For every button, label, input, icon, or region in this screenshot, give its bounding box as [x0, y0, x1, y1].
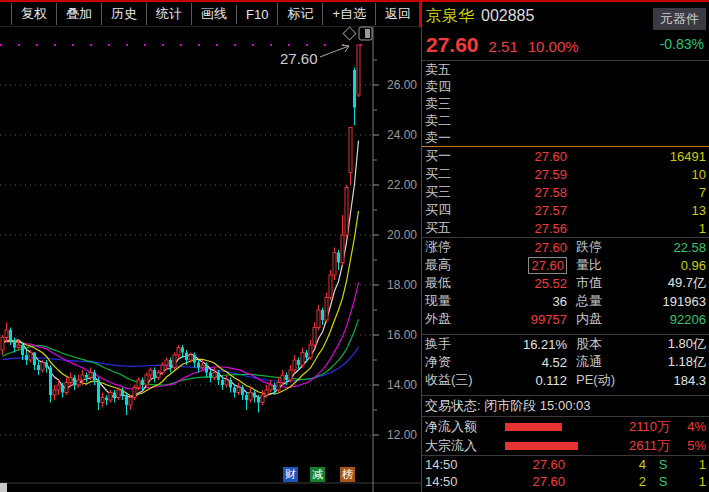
- last-price: 27.60: [426, 33, 479, 57]
- stat-label: 涨停: [425, 238, 467, 256]
- money-flow-label: 大宗流入: [425, 437, 505, 455]
- stat-label: 股本: [576, 335, 626, 353]
- bid-row[interactable]: 买二27.5910: [422, 165, 709, 183]
- stat-label: 收益(三): [425, 371, 467, 389]
- tick-volume: 4: [565, 457, 646, 472]
- chart-marker-badge-3[interactable]: 榜: [340, 467, 355, 482]
- price-change: 2.51: [489, 38, 518, 55]
- stat-value: 27.60: [467, 240, 567, 255]
- bid-price: 27.58: [467, 185, 567, 200]
- resize-grip[interactable]: [0, 483, 7, 492]
- toolbar-button-8[interactable]: +自选: [322, 3, 375, 25]
- ma-line-ma10: [3, 211, 359, 397]
- bid-label: 买五: [425, 219, 467, 237]
- y-axis-label: 14.00: [387, 378, 417, 392]
- ask-row[interactable]: 卖二: [422, 112, 709, 129]
- bid-volume: 16491: [567, 149, 706, 164]
- bid-label: 买四: [425, 201, 467, 219]
- tick-count: 1: [680, 474, 706, 489]
- toolbar-button-1[interactable]: 复权: [11, 3, 56, 25]
- bid-label: 买三: [425, 183, 467, 201]
- bid-label: 买一: [425, 147, 467, 165]
- annotation-arrow: [320, 46, 349, 57]
- highlighted-value: 27.60: [528, 257, 567, 274]
- money-flow-value: 2611万: [608, 437, 670, 455]
- stat-value: 184.3: [626, 373, 706, 388]
- bid-price: 27.56: [467, 221, 567, 236]
- y-axis-label: 20.00: [387, 228, 417, 242]
- kline-chart[interactable]: 12.0014.0016.0018.0020.0022.0024.0026.00…: [0, 26, 421, 492]
- money-flow-row: 大宗流入2611万5%: [422, 436, 709, 455]
- price-change-pct: 10.00%: [528, 38, 579, 55]
- quote-panel: 京泉华 002885 元器件 27.60 2.51 10.00% -0.83% …: [421, 2, 709, 492]
- bid-label: 买二: [425, 165, 467, 183]
- stat-label: 总量: [576, 292, 626, 310]
- bid-price: 27.57: [467, 203, 567, 218]
- tick-price: 27.60: [467, 474, 565, 489]
- quote-stats-block-a: 涨停27.60跌停22.58最高27.60量比0.96最低25.52市值49.7…: [422, 238, 709, 328]
- tick-row: 14:5027.602S1: [422, 473, 709, 490]
- tick-time: 14:50: [425, 457, 467, 472]
- window-top-border: [0, 0, 709, 2]
- chart-marker-badge-2[interactable]: 减: [310, 467, 325, 482]
- bid-list: 买一27.6016491买二27.5910买三27.587买四27.5713买五…: [422, 147, 709, 237]
- chart-toolbar: 复权叠加历史统计画线F10标记+自选返回: [0, 2, 421, 26]
- bid-row[interactable]: 买四27.5713: [422, 201, 709, 219]
- stat-value: 16.21%: [467, 337, 567, 352]
- diamond-marker-icon[interactable]: [343, 27, 356, 40]
- toolbar-button-6[interactable]: F10: [236, 5, 277, 24]
- tick-side-flag: S: [646, 474, 680, 489]
- stat-value: 191963: [626, 294, 706, 309]
- ask-row[interactable]: 卖三: [422, 95, 709, 112]
- money-flow-section: 净流入额2110万4%大宗流入2611万5%: [422, 417, 709, 455]
- stat-label: 量比: [576, 256, 626, 274]
- toolbar-button-3[interactable]: 历史: [101, 3, 146, 25]
- chart-marker-badge-1[interactable]: 财: [283, 467, 298, 482]
- bid-row[interactable]: 买三27.587: [422, 183, 709, 201]
- sector-badge[interactable]: 元器件: [653, 8, 706, 30]
- stat-value: 25.52: [467, 276, 567, 291]
- money-flow-bar: [505, 423, 562, 431]
- toolbar-button-7[interactable]: 标记: [277, 3, 322, 25]
- bid-row[interactable]: 买五27.561: [422, 219, 709, 237]
- bid-price: 27.60: [467, 149, 567, 164]
- stat-row: 现量36总量191963: [422, 292, 709, 310]
- stat-value: 36: [467, 294, 567, 309]
- stat-label: 净资: [425, 353, 467, 371]
- bid-row[interactable]: 买一27.6016491: [422, 147, 709, 165]
- money-flow-pct: 5%: [670, 438, 706, 453]
- stat-value: 92206: [626, 312, 706, 327]
- ask-label: 卖五: [425, 61, 467, 79]
- stat-row: 最高27.60量比0.96: [422, 256, 709, 274]
- ask-row[interactable]: 卖一: [422, 129, 709, 146]
- stat-value: 1.18亿: [626, 353, 706, 371]
- sector-change-pct: -0.83%: [660, 36, 704, 52]
- ask-row[interactable]: 卖四: [422, 78, 709, 95]
- stat-label: PE(动): [576, 371, 626, 389]
- tick-time: 14:50: [425, 474, 467, 489]
- y-axis-label: 24.00: [387, 128, 417, 142]
- stat-value: 0.112: [467, 373, 567, 388]
- stat-value: 0.96: [626, 258, 706, 273]
- ask-label: 卖三: [425, 95, 467, 113]
- trading-status-label: 交易状态:: [425, 397, 481, 415]
- stat-value: 99757: [467, 312, 567, 327]
- money-flow-row: 净流入额2110万4%: [422, 417, 709, 436]
- stat-label: 内盘: [576, 310, 626, 328]
- ask-row[interactable]: 卖五: [422, 61, 709, 78]
- toolbar-button-9[interactable]: 返回: [375, 3, 421, 25]
- stat-row: 换手16.21%股本1.80亿: [422, 335, 709, 353]
- y-axis-label: 16.00: [387, 328, 417, 342]
- y-axis-label: 12.00: [387, 428, 417, 442]
- panel-toggle-icon-fill: [365, 29, 370, 38]
- toolbar-button-5[interactable]: 画线: [191, 3, 236, 25]
- toolbar-button-2[interactable]: 叠加: [56, 3, 101, 25]
- money-flow-pct: 4%: [670, 419, 706, 434]
- stat-label: 流通: [576, 353, 626, 371]
- ask-list: 卖五卖四卖三卖二卖一: [422, 61, 709, 146]
- bid-volume: 1: [567, 221, 706, 236]
- stat-value: 49.7亿: [626, 274, 706, 292]
- ask-label: 卖四: [425, 78, 467, 96]
- bid-price: 27.59: [467, 167, 567, 182]
- toolbar-button-4[interactable]: 统计: [146, 3, 191, 25]
